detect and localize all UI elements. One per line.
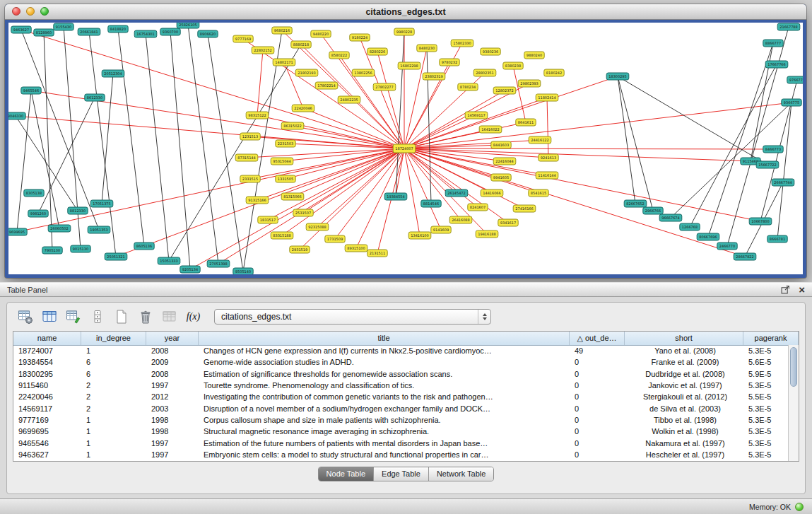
graph-node[interactable]: 9941605 — [491, 174, 511, 181]
table-row[interactable]: 1456911722003Disruption of a novel membe… — [13, 402, 799, 414]
graph-node-hub[interactable]: 18724007 — [393, 144, 416, 153]
graph-node[interactable]: 24416122 — [529, 136, 551, 144]
graph-node[interactable]: 8814546 — [421, 200, 441, 207]
graph-node[interactable]: 26145472 — [445, 189, 468, 197]
graph-node[interactable]: 11802414 — [536, 94, 558, 101]
graph-node[interactable]: 8280226 — [367, 48, 387, 55]
graph-node[interactable]: 2231503 — [276, 140, 295, 147]
graph-node[interactable]: 26416088 — [449, 216, 472, 223]
graph-node[interactable]: 27051398 — [207, 260, 230, 267]
graph-node[interactable]: 2931519 — [290, 246, 310, 253]
graph-node[interactable]: 24802235 — [338, 96, 360, 103]
graph-node[interactable]: 91315166 — [246, 197, 269, 204]
graph-node[interactable]: 8641611 — [516, 119, 536, 126]
graph-node[interactable]: 8541615 — [529, 189, 548, 197]
graph-node[interactable]: 98315122 — [246, 112, 269, 119]
graph-node[interactable]: 8906620 — [198, 30, 218, 37]
graph-node[interactable]: 95315044 — [271, 158, 293, 165]
graph-node[interactable]: 8812330 — [68, 207, 88, 214]
graph-node[interactable]: 22416044 — [493, 158, 516, 165]
graph-node[interactable]: 16754301 — [134, 30, 157, 37]
tab-network-table[interactable]: Network Table — [429, 467, 494, 481]
close-panel-icon[interactable]: × — [799, 284, 805, 295]
graph-node[interactable]: 83315188 — [271, 232, 293, 239]
graph-node[interactable]: 9205134 — [180, 266, 200, 273]
graph-node[interactable]: 92315088 — [306, 223, 329, 230]
table-row[interactable]: 911546021997Tourette syndrome. Phenomeno… — [13, 380, 799, 391]
column-header-name[interactable]: name — [13, 332, 81, 345]
graph-node[interactable]: 15051333 — [158, 257, 180, 264]
table-row[interactable]: 946554611997Estimation of the future num… — [13, 437, 799, 448]
window-titlebar[interactable]: citations_edges.txt — [5, 4, 806, 20]
table-row[interactable]: 946362711997Embryonic stem cells: a mode… — [13, 449, 799, 460]
graph-node[interactable]: 16416022 — [479, 126, 502, 133]
graph-node[interactable]: 21667788 — [777, 23, 800, 30]
graph-node[interactable]: 8380238 — [503, 62, 523, 69]
graph-node[interactable]: 9463627 — [11, 26, 31, 33]
graph-node[interactable]: 28802351 — [473, 69, 496, 76]
column-header-in_degree[interactable]: in_degree — [81, 332, 146, 345]
table-row[interactable]: 1938455462009Genome-wide association stu… — [13, 356, 799, 368]
graph-node[interactable]: 89315100 — [345, 245, 367, 252]
graph-node[interactable]: 8180242 — [544, 69, 564, 76]
graph-node[interactable]: 16802298 — [398, 62, 420, 69]
float-panel-icon[interactable] — [781, 285, 790, 294]
graph-node[interactable]: 9366775 — [782, 99, 801, 106]
memory-status-icon[interactable] — [795, 503, 804, 511]
graph-node[interactable]: 8666781 — [767, 235, 787, 243]
table-select[interactable]: citations_edges.txt — [214, 309, 491, 325]
table-mode-button[interactable] — [16, 308, 35, 326]
graph-node[interactable]: 82667652 — [624, 200, 647, 207]
graph-node[interactable]: 8580222 — [329, 52, 349, 59]
create-column-button[interactable] — [64, 308, 83, 326]
graph-node[interactable]: 1231513 — [240, 133, 260, 140]
graph-node[interactable]: 9980228 — [394, 28, 414, 35]
import-table-button[interactable] — [160, 308, 179, 326]
graph-node[interactable]: 22802152 — [252, 47, 274, 54]
graph-node[interactable]: 26667744 — [772, 179, 794, 186]
graph-node[interactable]: 28667822 — [734, 253, 756, 260]
graph-node[interactable]: 9141609 — [431, 226, 451, 233]
graph-node[interactable]: 17667766 — [765, 61, 788, 68]
graph-node[interactable]: 14569117 — [465, 112, 488, 119]
graph-node[interactable]: 9766779 — [787, 76, 803, 83]
network-canvas[interactable]: 9463627812896091554302066184184188201675… — [8, 23, 803, 274]
graph-node[interactable]: 9505140 — [233, 268, 253, 274]
graph-node[interactable]: 22420046 — [292, 105, 314, 112]
graph-node[interactable]: 87315144 — [235, 154, 258, 161]
graph-node[interactable]: 19051353 — [88, 226, 110, 233]
graph-node[interactable]: 2531507 — [293, 209, 313, 216]
graph-node[interactable]: 96667674 — [659, 214, 682, 221]
graph-node[interactable]: 9465546 — [21, 87, 41, 94]
table-row[interactable]: 1872400712008Changes of HCN gene express… — [13, 345, 799, 356]
graph-node[interactable]: 15667722 — [756, 161, 779, 168]
graph-node[interactable]: 13416100 — [408, 232, 431, 239]
window-close-button[interactable] — [12, 7, 20, 16]
graph-node[interactable]: 14416066 — [481, 189, 503, 197]
graph-node[interactable]: 1266768 — [680, 223, 700, 230]
graph-node[interactable]: 8612330 — [85, 94, 105, 101]
graph-node[interactable]: 9680216 — [272, 27, 292, 34]
graph-node[interactable]: 14802171 — [273, 59, 295, 66]
graph-node[interactable]: 29802393 — [518, 80, 541, 87]
function-builder-button[interactable]: f(x) — [184, 308, 203, 326]
graph-node[interactable]: 8305138 — [24, 189, 44, 197]
graph-node[interactable]: 9880240 — [524, 52, 544, 59]
graph-node[interactable]: 9155430 — [54, 23, 73, 30]
window-zoom-button[interactable] — [40, 7, 49, 16]
graph-node[interactable]: 9241613 — [539, 154, 558, 161]
graph-node[interactable]: 8241607 — [468, 204, 488, 211]
graph-node[interactable]: 9360700 — [160, 28, 180, 35]
graph-node[interactable]: 81315066 — [281, 193, 304, 200]
graph-node[interactable]: 12802372 — [493, 87, 516, 94]
graph-node[interactable]: 9699695 — [8, 228, 27, 235]
graph-node[interactable]: 8128960 — [34, 29, 54, 36]
graph-node[interactable]: 20661841 — [78, 28, 100, 35]
graph-node[interactable]: 9046330 — [8, 112, 25, 119]
graph-node[interactable]: 25051321 — [105, 253, 127, 260]
show-columns-button[interactable] — [40, 308, 59, 326]
graph-node[interactable]: 9480220 — [311, 30, 331, 37]
graph-node[interactable]: 8780234 — [458, 83, 478, 90]
graph-node[interactable]: 8466773 — [763, 146, 783, 153]
graph-node[interactable]: 9015130 — [71, 245, 90, 252]
